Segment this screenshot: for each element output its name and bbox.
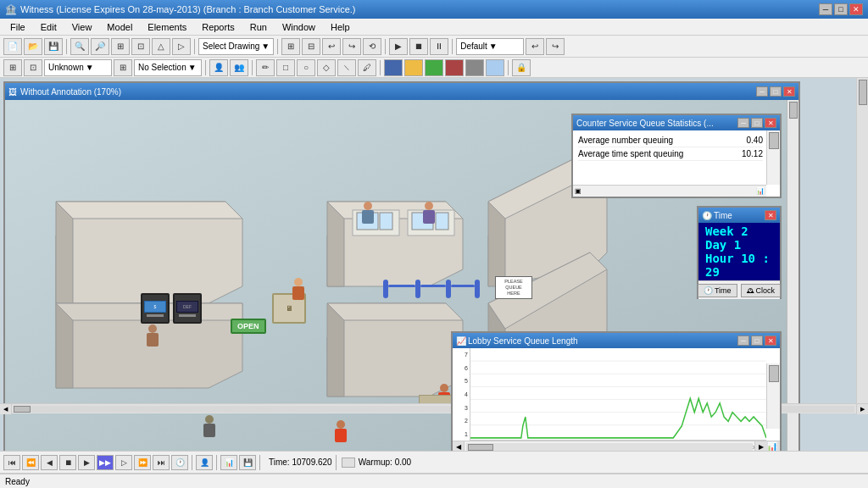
menu-window[interactable]: Window [275,20,322,34]
def-screen: DEF [176,301,198,313]
menu-view[interactable]: View [65,20,99,34]
chart-vscroll[interactable] [766,363,780,429]
tb-btn4[interactable]: ⊡ [131,38,150,55]
stats-close[interactable]: ✕ [765,118,776,128]
ctrl-prev[interactable]: ⏪ [22,455,39,470]
t2-btn1[interactable]: ⊞ [3,59,22,76]
t2-color1[interactable] [384,59,403,76]
t2-color5[interactable] [465,59,484,76]
chart-hscroll-thumb[interactable] [468,444,493,451]
zoom-out-btn[interactable]: 🔎 [91,38,109,55]
tb-btn14[interactable]: ⏸ [430,38,448,55]
zoom-in-btn[interactable]: 🔍 [70,38,89,55]
t2-btn4[interactable]: 👤 [209,59,228,76]
t2-draw2[interactable]: □ [276,59,295,76]
ctrl-clock[interactable]: 🕐 [171,455,188,470]
sim-vscroll[interactable] [787,100,798,451]
menu-model[interactable]: Model [100,20,139,34]
time-btn[interactable]: 🕐 Time [698,284,737,297]
t2-draw3[interactable]: ○ [297,59,315,76]
ctrl-speed-left[interactable] [342,458,355,468]
clock-btn[interactable]: 🕰 Clock [741,284,782,297]
t2-btn2[interactable]: ⊡ [24,59,42,76]
tb-btn6[interactable]: ▷ [172,38,191,55]
vscroll-thumb[interactable] [789,102,798,119]
unknown-dropdown[interactable]: Unknown ▼ [44,59,112,76]
queue-post-2 [415,280,420,298]
chart-close[interactable]: ✕ [765,336,776,346]
tb-btn13[interactable]: ⏹ [409,38,428,55]
ctrl-rewind[interactable]: ⏮ [3,455,20,470]
menu-bar: File Edit View Model Elements Reports Ru… [0,19,868,36]
main-vscroll-thumb[interactable] [859,80,867,105]
ctrl-chart[interactable]: 📊 [220,455,237,470]
drawing-dropdown[interactable]: Select Drawing ▼ [198,38,274,55]
main-vscroll[interactable] [856,78,868,413]
ctrl-play[interactable]: ▶ [78,455,95,470]
tb-redo[interactable]: ↪ [546,38,565,55]
ctrl-step[interactable]: ▷ [115,455,132,470]
hscroll-left[interactable]: ◀ [0,404,12,414]
tb-btn12[interactable]: ▶ [389,38,408,55]
t2-color4[interactable] [445,59,464,76]
new-btn[interactable]: 📄 [3,38,22,55]
chart-max[interactable]: □ [751,336,763,346]
menu-edit[interactable]: Edit [34,20,64,34]
ctrl-save[interactable]: 💾 [239,455,256,470]
fit-btn[interactable]: ⊞ [111,38,130,55]
t2-lock[interactable]: 🔒 [512,59,531,76]
chart-hscroll[interactable]: ◀ ▶ 📊 [453,441,780,451]
stats-vscroll-thumb[interactable] [769,132,779,149]
t2-color2[interactable] [404,59,423,76]
t2-color6[interactable] [486,59,504,76]
chart-scroll-track[interactable] [466,443,753,452]
hscroll-left-btn[interactable]: ◀ [453,441,465,452]
tb-btn11[interactable]: ⟲ [363,38,381,55]
no-selection-dropdown[interactable]: No Selection ▼ [134,59,202,76]
stats-max[interactable]: □ [751,118,763,128]
time-close[interactable]: ✕ [765,210,776,220]
tb-btn9[interactable]: ↩ [322,38,341,55]
menu-run[interactable]: Run [243,20,274,34]
ctrl-step-back[interactable]: ◀ [41,455,58,470]
ctrl-person[interactable]: 👤 [196,455,213,470]
t2-draw6[interactable]: 🖊 [358,59,376,76]
menu-help[interactable]: Help [324,20,357,34]
minimize-button[interactable]: ─ [819,3,832,15]
maximize-button[interactable]: □ [834,3,848,15]
hscroll-right[interactable]: ▶ [856,404,868,414]
close-button[interactable]: ✕ [849,3,863,15]
tb-btn8[interactable]: ⊟ [302,38,320,55]
stats-vscroll[interactable] [766,130,780,185]
open-btn[interactable]: 📂 [24,38,42,55]
default-dropdown[interactable]: Default ▼ [456,38,524,55]
menu-reports[interactable]: Reports [195,20,242,34]
hscroll-thumb2[interactable] [14,406,31,413]
chart-vscroll-thumb[interactable] [769,365,779,382]
tb-btn5[interactable]: △ [152,38,170,55]
chart-icon: 📈 [456,336,466,346]
tb-undo[interactable]: ↩ [526,38,544,55]
ctrl-end[interactable]: ⏭ [153,455,170,470]
t2-btn3[interactable]: ⊞ [114,59,132,76]
tb-btn10[interactable]: ↪ [342,38,361,55]
save-btn[interactable]: 💾 [44,38,63,55]
t2-draw4[interactable]: ◇ [317,59,336,76]
menu-file[interactable]: File [3,20,32,34]
chart-min[interactable]: ─ [737,336,749,346]
stats-hscroll[interactable]: ▣ [573,185,766,197]
t2-draw1[interactable]: ✏ [256,59,275,76]
t2-color3[interactable] [425,59,443,76]
ctrl-run[interactable]: ▶▶ [97,455,114,470]
sim-maximize[interactable]: □ [770,86,782,97]
t2-btn5[interactable]: 👥 [230,59,248,76]
ctrl-next[interactable]: ⏩ [134,455,151,470]
ctrl-stop[interactable]: ⏹ [59,455,76,470]
menu-elements[interactable]: Elements [141,20,193,34]
simulation-canvas[interactable]: $ DEF 🖥 OPEN [5,100,798,451]
tb-btn7[interactable]: ⊞ [281,38,300,55]
stats-min[interactable]: ─ [737,118,749,128]
t2-draw5[interactable]: ⟍ [337,59,356,76]
sim-minimize[interactable]: ─ [756,86,768,97]
sim-close[interactable]: ✕ [783,86,795,97]
